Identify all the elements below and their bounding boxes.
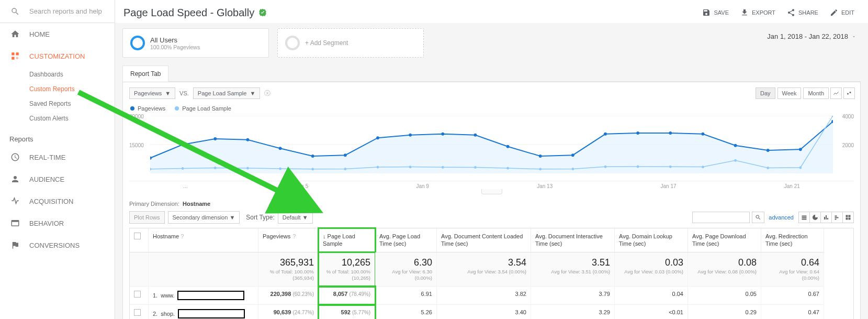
chart-type-line-icon[interactable] xyxy=(830,87,842,99)
nav-behavior[interactable]: BEHAVIOR xyxy=(0,212,115,234)
nav-customization[interactable]: CUSTOMIZATION xyxy=(0,45,115,67)
table-search: advanced xyxy=(692,212,854,223)
y-right-tick: 4000 xyxy=(842,114,854,119)
nav-home[interactable]: HOME xyxy=(0,23,115,45)
export-label: EXPORT xyxy=(752,9,775,16)
chart-type-motion-icon[interactable] xyxy=(843,87,855,99)
share-button[interactable]: SHARE xyxy=(783,5,822,20)
table-header-row: Hostname ? Pageviews ? ↓ Page Load Sampl… xyxy=(130,228,853,252)
primary-dimension-row: Primary Dimension: Hostname xyxy=(129,201,854,207)
nav-home-label: HOME xyxy=(29,30,50,38)
view-table-icon[interactable] xyxy=(798,212,810,223)
col-page-load-sample[interactable]: ↓ Page Load Sample xyxy=(319,228,375,252)
segment-row: All Users 100.00% Pageviews + Add Segmen… xyxy=(122,23,861,63)
nav-custom-alerts[interactable]: Custom Alerts xyxy=(0,111,115,126)
nav-audience[interactable]: AUDIENCE xyxy=(0,168,115,190)
nav-acquisition[interactable]: ACQUISITION xyxy=(0,190,115,212)
view-comparison-icon[interactable] xyxy=(831,212,843,223)
col-avg-page-load[interactable]: Avg. Page Load Time (sec) xyxy=(375,228,437,252)
legend1-label: Pageviews xyxy=(138,105,165,112)
hostname-cell[interactable]: 1. www. xyxy=(149,287,258,305)
col-hostname[interactable]: Hostname ? xyxy=(149,228,258,252)
granularity-month[interactable]: Month xyxy=(803,87,829,99)
col-hostname-label: Hostname xyxy=(153,233,179,239)
metric1-select[interactable]: Pageviews ▼ xyxy=(129,87,175,99)
search-row[interactable]: Search reports and help xyxy=(0,0,115,23)
table-search-input[interactable] xyxy=(692,212,750,223)
row-index: 1. xyxy=(153,292,157,299)
chart-area: 30000 15000 4000 2000 xyxy=(129,114,854,181)
person-icon xyxy=(10,174,20,184)
svg-rect-4 xyxy=(12,221,19,222)
advanced-link[interactable]: advanced xyxy=(769,214,794,221)
page-header: Page Load Speed - Globally SAVE EXPORT S… xyxy=(115,0,868,23)
secondary-dimension-select[interactable]: Secondary dimension ▼ xyxy=(168,211,240,224)
clock-icon xyxy=(10,152,20,162)
y-right-tick: 2000 xyxy=(842,142,854,148)
legend-item-2: Page Load Sample xyxy=(175,105,231,112)
date-range-picker[interactable]: Jan 1, 2018 - Jan 22, 2018 xyxy=(763,29,861,43)
nav-dashboards[interactable]: Dashboards xyxy=(0,67,115,82)
col-avg-page-download[interactable]: Avg. Page Download Time (sec) xyxy=(688,228,761,252)
sort-type-select[interactable]: Default ▼ xyxy=(278,211,313,224)
svg-point-32 xyxy=(182,167,184,170)
col-avg-domain-lookup[interactable]: Avg. Domain Lookup Time (sec) xyxy=(615,228,688,252)
tab-report[interactable]: Report Tab xyxy=(122,65,168,82)
export-icon xyxy=(740,8,749,17)
granularity-day[interactable]: Day xyxy=(756,87,775,99)
nav-custom-reports[interactable]: Custom Reports xyxy=(0,82,115,96)
svg-point-23 xyxy=(604,133,607,136)
view-pivot-icon[interactable] xyxy=(842,212,854,223)
home-icon xyxy=(10,29,20,39)
row-checkbox[interactable] xyxy=(130,305,149,319)
summary-adit-sub: Avg for View: 3.51 (0.00%) xyxy=(535,269,610,275)
row-checkbox[interactable] xyxy=(130,287,149,305)
edit-button[interactable]: EDIT xyxy=(826,5,859,20)
data-table: Hostname ? Pageviews ? ↓ Page Load Sampl… xyxy=(129,228,854,319)
legend-item-1: Pageviews xyxy=(130,105,165,112)
export-button[interactable]: EXPORT xyxy=(736,5,780,20)
view-pie-icon[interactable] xyxy=(809,212,821,223)
svg-point-49 xyxy=(734,159,737,162)
summary-adlt: 0.03 xyxy=(619,257,683,269)
segment-circle-icon xyxy=(285,36,300,50)
expand-handle[interactable] xyxy=(481,189,502,194)
svg-point-37 xyxy=(344,168,346,170)
row-adlt: 0.04 xyxy=(615,287,688,305)
nav-realtime[interactable]: REAL-TIME xyxy=(0,146,115,168)
add-segment-button[interactable]: + Add Segment xyxy=(277,28,424,58)
remove-metric-icon[interactable]: ⓧ xyxy=(264,89,270,98)
nav-saved-reports[interactable]: Saved Reports xyxy=(0,96,115,111)
nav-conversions[interactable]: CONVERSIONS xyxy=(0,234,115,256)
view-mode-icons xyxy=(799,212,854,223)
col-avg-doc-interactive[interactable]: Avg. Document Interactive Time (sec) xyxy=(531,228,615,252)
metric2-select[interactable]: Page Load Sample ▼ xyxy=(193,87,260,99)
col-avg-doc-content[interactable]: Avg. Document Content Loaded Time (sec) xyxy=(437,228,531,252)
sort-default-label: Default xyxy=(283,214,301,221)
svg-point-48 xyxy=(702,166,704,168)
hostname-cell[interactable]: 2. shop. xyxy=(149,305,258,319)
row-pv: 90,639 xyxy=(274,309,291,315)
granularity-week[interactable]: Week xyxy=(777,87,802,99)
svg-point-46 xyxy=(637,166,639,168)
row-pls: 8,057 xyxy=(333,291,348,297)
summary-adlt-sub: Avg for View: 0.03 (0.00%) xyxy=(619,269,683,275)
col-pageviews[interactable]: Pageviews ? xyxy=(258,228,319,252)
svg-point-10 xyxy=(181,143,184,146)
table-search-button[interactable] xyxy=(752,212,764,223)
svg-point-26 xyxy=(702,133,705,136)
plot-rows-button[interactable]: Plot Rows xyxy=(129,211,165,224)
checkbox-header[interactable] xyxy=(130,228,149,252)
chart-controls: Pageviews ▼ VS. Page Load Sample ▼ ⓧ xyxy=(129,87,854,99)
summary-row: 365,931% of Total: 100.00% (365,934) 10,… xyxy=(130,252,853,287)
col-avg-redirection[interactable]: Avg. Redirection Time (sec) xyxy=(761,228,824,252)
view-bar-icon[interactable] xyxy=(820,212,832,223)
segment-all-users[interactable]: All Users 100.00% Pageviews xyxy=(122,28,269,58)
save-button[interactable]: SAVE xyxy=(698,5,733,20)
row-pv: 220,398 xyxy=(270,291,291,297)
main-area: Page Load Speed - Globally SAVE EXPORT S… xyxy=(115,0,868,319)
svg-point-21 xyxy=(539,155,542,158)
svg-point-43 xyxy=(539,168,542,170)
share-icon xyxy=(787,8,795,17)
row-adclt: 3.40 xyxy=(437,305,531,319)
